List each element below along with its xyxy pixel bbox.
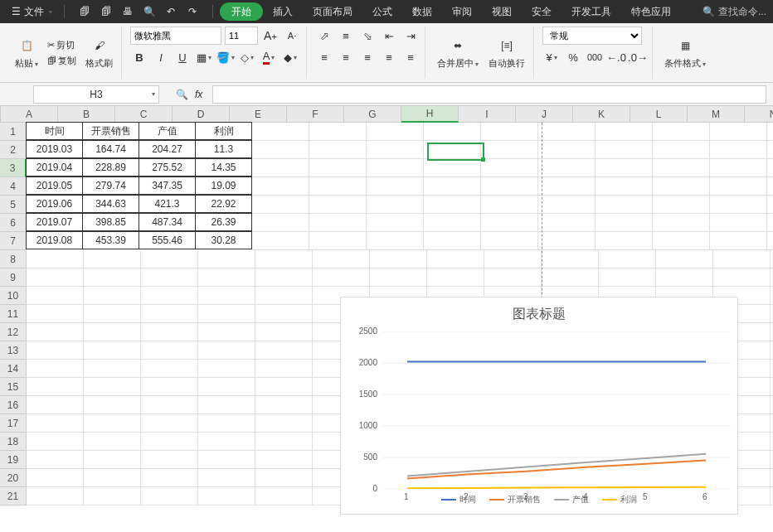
- cell-B10[interactable]: [84, 287, 141, 305]
- save-as-icon[interactable]: 🗐: [100, 5, 113, 18]
- tab-开发工具[interactable]: 开发工具: [562, 0, 621, 23]
- cell-A12[interactable]: [27, 323, 84, 341]
- borders-button[interactable]: ▦▾: [195, 48, 213, 66]
- align-top-button[interactable]: ⬀: [315, 27, 333, 45]
- cell-L6[interactable]: [653, 214, 710, 232]
- row-header-14[interactable]: 14: [0, 360, 27, 378]
- cell-E17[interactable]: [255, 414, 313, 433]
- cell-A15[interactable]: [27, 378, 84, 396]
- col-header-C[interactable]: C: [115, 106, 173, 123]
- cell-D1[interactable]: 利润: [195, 122, 252, 140]
- cell-E11[interactable]: [255, 305, 313, 323]
- cell-E12[interactable]: [255, 323, 313, 341]
- cell-J3[interactable]: [538, 159, 596, 177]
- print-preview-icon[interactable]: 🔍: [143, 5, 156, 18]
- tab-插入[interactable]: 插入: [263, 0, 303, 23]
- col-header-G[interactable]: G: [344, 106, 401, 123]
- name-box[interactable]: H3 ▾: [33, 85, 159, 104]
- tab-安全[interactable]: 安全: [522, 0, 562, 23]
- cell-B21[interactable]: [84, 487, 141, 505]
- cell-M4[interactable]: [710, 177, 767, 196]
- file-menu[interactable]: ☰ 文件 ▾: [7, 5, 57, 19]
- cell-K4[interactable]: [596, 177, 653, 196]
- cell-C17[interactable]: [141, 414, 198, 433]
- row-header-7[interactable]: 7: [0, 232, 27, 250]
- number-format-select[interactable]: 常规: [542, 27, 642, 45]
- cell-G5[interactable]: [367, 196, 424, 214]
- cell-K6[interactable]: [596, 214, 653, 232]
- row-header-11[interactable]: 11: [0, 305, 27, 323]
- cell-A17[interactable]: [27, 414, 84, 433]
- col-header-M[interactable]: M: [688, 106, 745, 123]
- increase-decimal-button[interactable]: ←.0: [607, 48, 625, 66]
- cell-K1[interactable]: [596, 123, 653, 141]
- cell-F3[interactable]: [309, 159, 367, 177]
- decrease-indent-button[interactable]: ⇤: [380, 27, 398, 45]
- cell-A11[interactable]: [27, 305, 84, 323]
- col-header-H[interactable]: H: [401, 106, 459, 123]
- cell-A3[interactable]: 2019.04: [26, 158, 83, 177]
- cell-D21[interactable]: [198, 487, 255, 505]
- cell-M3[interactable]: [710, 159, 767, 177]
- cell-H3[interactable]: [424, 159, 481, 177]
- col-header-F[interactable]: F: [287, 106, 344, 123]
- cell-A8[interactable]: [27, 250, 84, 268]
- comma-button[interactable]: 000: [586, 48, 604, 66]
- cell-I3[interactable]: [481, 159, 538, 177]
- cell-B3[interactable]: 228.89: [82, 158, 139, 177]
- cell-D8[interactable]: [198, 250, 255, 268]
- cell-I6[interactable]: [481, 214, 538, 232]
- clear-format-button[interactable]: ◇▾: [238, 48, 256, 66]
- cell-C16[interactable]: [141, 396, 198, 414]
- cell-B11[interactable]: [84, 305, 141, 323]
- underline-button[interactable]: U: [173, 48, 192, 66]
- cell-I9[interactable]: [484, 268, 542, 287]
- cell-C21[interactable]: [141, 487, 198, 505]
- chart-title[interactable]: 图表标题: [349, 306, 729, 323]
- col-header-I[interactable]: I: [459, 106, 516, 123]
- cell-B20[interactable]: [84, 469, 141, 487]
- cell-F4[interactable]: [309, 177, 367, 196]
- cell-C8[interactable]: [141, 250, 198, 268]
- cell-E21[interactable]: [255, 487, 313, 505]
- cell-M6[interactable]: [710, 214, 767, 232]
- cell-H6[interactable]: [424, 214, 481, 232]
- cell-B13[interactable]: [84, 341, 141, 360]
- cell-M2[interactable]: [710, 141, 767, 159]
- cell-L7[interactable]: [653, 232, 710, 250]
- cell-K5[interactable]: [596, 196, 653, 214]
- cell-L5[interactable]: [653, 196, 710, 214]
- row-header-4[interactable]: 4: [0, 177, 27, 196]
- cell-N2[interactable]: [767, 141, 773, 159]
- tab-公式[interactable]: 公式: [362, 0, 402, 23]
- cell-C1[interactable]: 产值: [139, 122, 196, 140]
- cell-G8[interactable]: [370, 250, 427, 268]
- cell-E3[interactable]: [252, 159, 309, 177]
- cell-D5[interactable]: 22.92: [195, 195, 252, 213]
- col-header-K[interactable]: K: [573, 106, 630, 123]
- cell-D2[interactable]: 11.3: [195, 140, 252, 158]
- cell-H7[interactable]: [424, 232, 481, 250]
- cell-N4[interactable]: [767, 177, 773, 196]
- cell-E20[interactable]: [255, 469, 313, 487]
- cell-A16[interactable]: [27, 396, 84, 414]
- cell-A19[interactable]: [27, 451, 84, 469]
- cell-M5[interactable]: [710, 196, 767, 214]
- col-header-L[interactable]: L: [630, 106, 688, 123]
- cell-D4[interactable]: 19.09: [195, 177, 252, 195]
- cell-B17[interactable]: [84, 414, 141, 433]
- cell-I4[interactable]: [481, 177, 538, 196]
- cell-H8[interactable]: [427, 250, 484, 268]
- paste-button[interactable]: 📋 粘贴▾: [12, 36, 41, 70]
- tab-数据[interactable]: 数据: [402, 0, 442, 23]
- cell-K2[interactable]: [596, 141, 653, 159]
- cell-C13[interactable]: [141, 341, 198, 360]
- format-painter-button[interactable]: 🖌 格式刷: [82, 36, 116, 70]
- italic-button[interactable]: I: [152, 48, 170, 66]
- row-header-20[interactable]: 20: [0, 469, 27, 487]
- distribute-button[interactable]: ≡: [401, 48, 420, 66]
- cell-D13[interactable]: [198, 341, 255, 360]
- cell-B2[interactable]: 164.74: [82, 140, 139, 158]
- cell-K3[interactable]: [596, 159, 653, 177]
- cell-F2[interactable]: [309, 141, 367, 159]
